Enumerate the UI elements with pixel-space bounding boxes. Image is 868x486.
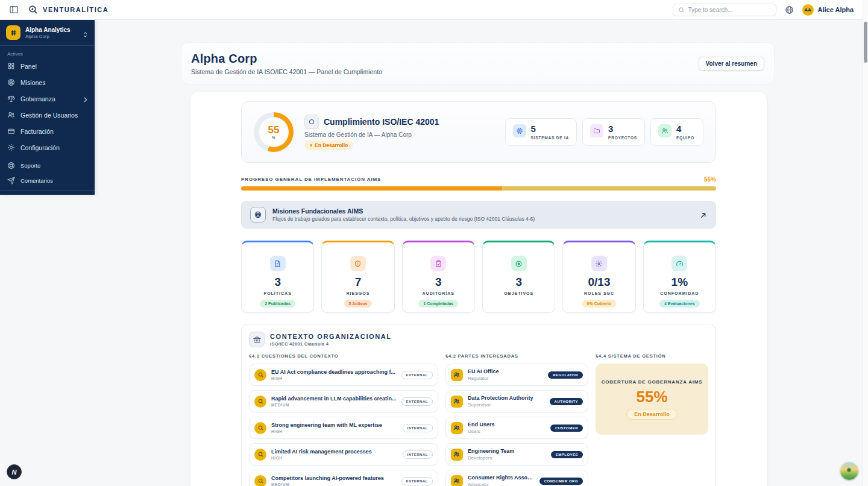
progress-value: 55% (704, 176, 716, 183)
kpi-card-riesgos[interactable]: 7 RIESGOS 5 Activos (321, 241, 394, 313)
context-issue-row[interactable]: Limited AI risk management processesHIGH… (249, 443, 438, 465)
org-logo-icon (6, 25, 20, 40)
column-header: §4.1 CUESTIONES DEL CONTEXTO (249, 353, 438, 359)
sidebar-item-label: Comentarios (20, 177, 53, 184)
org-name: Alpha Analytics (25, 27, 77, 34)
search-input[interactable] (688, 7, 771, 13)
kpi-cards: 3 POLÍTICAS 2 Publicadas 7 RIESGOS 5 Act… (241, 241, 716, 313)
users-badge-icon (451, 449, 463, 461)
aims-progress-fill (241, 186, 502, 191)
sidebar-divider (0, 191, 95, 191)
sidebar-item-facturacion[interactable]: Facturación (0, 123, 95, 139)
governance-coverage-panel: COBERTURA DE GOBERNANZA AIMS 55% En Desa… (596, 364, 708, 435)
sidebar-item-gestion-usuarios[interactable]: Gestión de Usuarios (0, 107, 95, 123)
coverage-title: COBERTURA DE GOBERNANZA AIMS (602, 379, 703, 385)
sidebar-item-panel[interactable]: Panel (0, 58, 95, 74)
page-subtitle: Sistema de Gestión de IA ISO/IEC 42001 —… (191, 68, 382, 75)
send-icon (7, 177, 15, 185)
sidebar-item-label: Gobernanza (20, 95, 55, 103)
users-badge-icon (451, 422, 463, 434)
chevrons-up-down-icon (82, 30, 89, 36)
search-badge-icon (254, 396, 266, 408)
coverage-value: 55% (637, 389, 668, 405)
sidebar-toggle-icon[interactable] (8, 4, 19, 15)
brand-magnifier-icon (28, 4, 39, 15)
lifebuoy-icon (7, 162, 15, 169)
gear-icon (591, 256, 607, 271)
kpi-card-auditorias[interactable]: 3 AUDITORÍAS 1 Completadas (402, 241, 475, 313)
kpi-badge: 5 Activos (344, 300, 373, 308)
issue-tag: INTERNAL (403, 424, 433, 432)
users-badge-icon (451, 475, 463, 486)
context-issue-row[interactable]: Rapid advancement in LLM capabilities cr… (249, 390, 438, 412)
foundational-missions-banner[interactable]: Misiones Fundacionales AIMS Flujos de tr… (241, 201, 716, 229)
users-badge-icon (451, 369, 463, 381)
context-issue-row[interactable]: EU AI Act compliance deadlines approachi… (249, 364, 438, 386)
party-tag: CONSUMER ORG (539, 478, 583, 485)
kpi-card-objetivos[interactable]: 3 OBJETIVOS (482, 241, 555, 313)
landmark-icon (249, 332, 265, 347)
gear-icon (7, 144, 15, 151)
org-switcher[interactable]: Alpha Analytics Alpha Corp (0, 20, 95, 46)
aims-progress: PROGRESO GENERAL DE IMPLEMENTACIÓN AIMS … (241, 176, 716, 191)
scales-icon (7, 95, 15, 103)
sidebar-item-comentarios[interactable]: Comentarios (0, 173, 95, 188)
compliance-summary-card: 55 % Cumplimiento ISO/IEC 42001 Sistema … (241, 101, 716, 163)
context-issue-row[interactable]: Strong engineering team with ML expertis… (249, 417, 438, 439)
issue-tag: INTERNAL (403, 450, 433, 459)
search-badge-icon (254, 369, 266, 381)
kpi-card-conformidad[interactable]: 1% CONFORMIDAD 4 Evaluaciones (643, 241, 716, 313)
search-badge-icon (254, 475, 266, 486)
interested-party-row[interactable]: Consumer Rights AssociationAdvocacy CONS… (445, 470, 588, 486)
search-icon (678, 7, 685, 13)
sidebar-item-misiones[interactable]: Misiones (0, 74, 95, 90)
users-icon (658, 124, 671, 137)
island-icon[interactable] (840, 462, 858, 480)
party-tag: CUSTOMER (550, 424, 583, 432)
global-search[interactable] (673, 4, 776, 16)
sidebar-item-configuracion[interactable]: Configuración (0, 139, 95, 156)
context-issue-row[interactable]: Competitors launching AI-powered feature… (249, 470, 438, 486)
interested-parties-column: §4.2 PARTES INTERESADAS EU AI OfficeRegu… (445, 353, 588, 486)
interested-party-row[interactable]: EU AI OfficeRegulator REGULATOR (445, 364, 588, 386)
column-header: §4.4 SISTEMA DE GESTIÓN (596, 353, 708, 359)
kpi-card-politicas[interactable]: 3 POLÍTICAS 2 Publicadas (241, 241, 314, 313)
app-screen: VENTURALÍTICA AA Alice Alpha Alpha Analy… (0, 0, 868, 486)
issue-tag: EXTERNAL (401, 371, 433, 379)
dashboard-card: 55 % Cumplimiento ISO/IEC 42001 Sistema … (190, 92, 767, 486)
main-content: Alpha Corp Sistema de Gestión de IA ISO/… (95, 20, 868, 486)
user-menu[interactable]: AA Alice Alpha (802, 4, 854, 16)
stat-team[interactable]: 4 EQUIPO (650, 118, 703, 146)
globe-icon[interactable] (785, 5, 794, 14)
gauge-unit: % (272, 136, 275, 139)
sidebar-item-label: Panel (20, 63, 37, 70)
kpi-card-roles-sgc[interactable]: 0/13 ROLES SGC 0% Cubierto (562, 241, 635, 313)
users-icon (7, 111, 15, 119)
interested-party-row[interactable]: End UsersUsers CUSTOMER (445, 417, 588, 439)
party-tag: REGULATOR (548, 371, 583, 379)
scrollbar-thumb[interactable] (864, 22, 867, 63)
management-system-column: §4.4 SISTEMA DE GESTIÓN COBERTURA DE GOB… (596, 353, 708, 486)
top-bar: VENTURALÍTICA AA Alice Alpha (0, 0, 868, 20)
gauge-icon (671, 256, 687, 271)
chevron-right-icon (81, 96, 87, 102)
avatar: AA (802, 4, 814, 16)
back-to-summary-button[interactable]: Volver al resumen (699, 57, 764, 71)
brand-name: VENTURALÍTICA (43, 6, 108, 13)
interested-party-row[interactable]: Data Protection AuthoritySupervisor AUTH… (445, 390, 588, 412)
stat-ai-systems[interactable]: 5 SISTEMAS DE IA (505, 118, 577, 146)
sidebar-item-soporte[interactable]: Soporte (0, 158, 95, 173)
status-dot-icon (310, 144, 312, 147)
banner-description: Flujos de trabajo guiados para establece… (272, 216, 535, 222)
stat-projects[interactable]: 3 PROYECTOS (582, 118, 645, 146)
brand[interactable]: VENTURALÍTICA (28, 4, 108, 15)
sidebar-item-gobernanza[interactable]: Gobernanza (0, 90, 95, 107)
page-header: Alpha Corp Sistema de Gestión de IA ISO/… (181, 42, 775, 84)
dev-tools-button[interactable]: N (7, 464, 22, 479)
sidebar-item-label: Configuración (20, 144, 60, 151)
interested-party-row[interactable]: Engineering TeamDevelopers EMPLOYEE (445, 443, 588, 465)
status-badge: En Desarrollo (304, 140, 353, 150)
folder-icon (590, 124, 603, 137)
clipboard-check-icon (430, 256, 446, 271)
page-scrollbar[interactable] (863, 0, 868, 486)
